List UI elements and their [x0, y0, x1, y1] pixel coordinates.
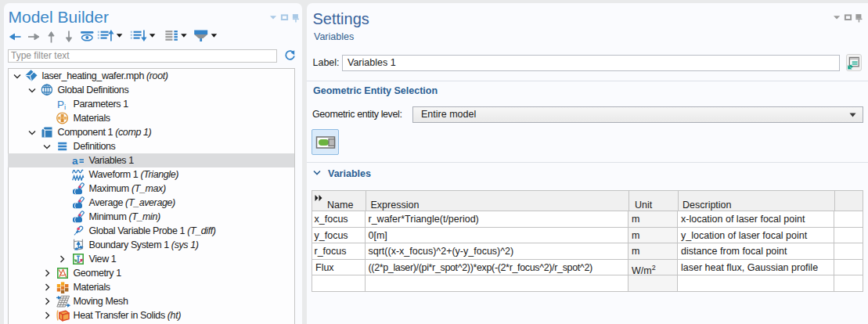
svg-text:P: P — [57, 99, 64, 110]
svg-text:a: a — [72, 155, 78, 167]
svg-text:i: i — [64, 103, 66, 110]
